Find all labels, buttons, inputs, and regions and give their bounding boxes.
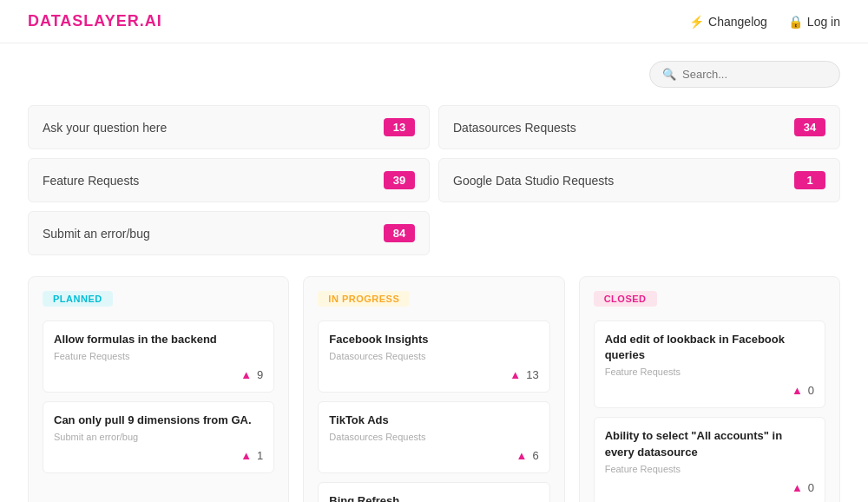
upvote-icon[interactable]: ▲ <box>792 384 803 397</box>
upvote-icon[interactable]: ▲ <box>240 368 252 381</box>
vote-count: 9 <box>257 368 263 381</box>
kanban-card[interactable]: Add edit of lookback in Facebook queries… <box>594 320 825 408</box>
category-label: Ask your question here <box>43 121 167 135</box>
column-tag: PLANNED <box>43 291 113 307</box>
upvote-icon[interactable]: ▲ <box>792 481 803 494</box>
login-link[interactable]: 🔒 Log in <box>788 15 840 29</box>
card-footer: ▲ 9 <box>54 368 263 381</box>
card-title: Add edit of lookback in Facebook queries <box>605 332 814 363</box>
vote-count: 6 <box>532 449 538 462</box>
kanban-column: CLOSED Add edit of lookback in Facebook … <box>579 276 840 502</box>
card-subtitle: Datasources Requests <box>329 351 538 361</box>
card-footer: ▲ 1 <box>54 449 263 462</box>
kanban-column: PLANNED Allow formulas in the backend Fe… <box>28 276 289 502</box>
category-item[interactable]: Feature Requests39 <box>28 158 430 202</box>
category-grid: Ask your question here13Feature Requests… <box>0 96 868 276</box>
category-label: Google Data Studio Requests <box>453 174 614 188</box>
kanban-card[interactable]: Facebook Insights Datasources Requests ▲… <box>318 320 549 393</box>
card-title: Allow formulas in the backend <box>54 332 263 347</box>
search-box: 🔍 <box>649 61 840 88</box>
column-tag: IN PROGRESS <box>318 291 410 307</box>
category-item[interactable]: Google Data Studio Requests1 <box>438 158 840 202</box>
upvote-icon[interactable]: ▲ <box>516 449 528 462</box>
card-title: Ability to select "All accounts" in ever… <box>605 428 814 459</box>
header: DATASLAYER.AI ⚡ Changelog 🔒 Log in <box>0 0 868 43</box>
header-right: ⚡ Changelog 🔒 Log in <box>689 15 840 29</box>
category-badge: 34 <box>794 118 825 136</box>
card-footer: ▲ 13 <box>329 368 538 381</box>
search-area: 🔍 <box>0 43 868 96</box>
card-title: Bing Refresh <box>329 493 538 502</box>
card-subtitle: Datasources Requests <box>329 432 538 442</box>
kanban-card[interactable]: TikTok Ads Datasources Requests ▲ 6 <box>318 401 549 473</box>
card-footer: ▲ 6 <box>329 449 538 462</box>
card-footer: ▲ 0 <box>605 384 814 397</box>
category-label: Feature Requests <box>43 174 139 188</box>
column-tag: CLOSED <box>594 291 657 307</box>
category-badge: 1 <box>794 171 825 189</box>
login-icon: 🔒 <box>788 15 803 29</box>
category-badge: 84 <box>384 224 415 242</box>
kanban-card[interactable]: Allow formulas in the backend Feature Re… <box>43 320 274 393</box>
changelog-link[interactable]: ⚡ Changelog <box>689 15 767 29</box>
card-footer: ▲ 0 <box>605 481 814 494</box>
card-subtitle: Submit an error/bug <box>54 432 263 442</box>
vote-count: 1 <box>257 449 263 462</box>
category-label: Datasources Requests <box>453 121 576 135</box>
upvote-icon[interactable]: ▲ <box>240 449 252 462</box>
search-input[interactable] <box>682 68 827 81</box>
logo: DATASLAYER.AI <box>28 12 162 30</box>
upvote-icon[interactable]: ▲ <box>510 368 521 381</box>
changelog-label: Changelog <box>708 15 767 29</box>
kanban-board: PLANNED Allow formulas in the backend Fe… <box>0 276 868 502</box>
category-item[interactable]: Submit an error/bug84 <box>28 211 430 255</box>
category-item[interactable]: Ask your question here13 <box>28 105 430 149</box>
card-title: Facebook Insights <box>329 332 538 347</box>
card-subtitle: Feature Requests <box>605 464 814 474</box>
kanban-column: IN PROGRESS Facebook Insights Datasource… <box>303 276 564 502</box>
vote-count: 0 <box>808 481 814 494</box>
category-label: Submit an error/bug <box>43 227 150 241</box>
search-icon: 🔍 <box>662 68 676 81</box>
card-subtitle: Feature Requests <box>54 351 263 361</box>
card-subtitle: Feature Requests <box>605 367 814 377</box>
card-title: TikTok Ads <box>329 413 538 428</box>
kanban-card[interactable]: Bing Refresh Submit an error/bug ▲ 1 <box>318 482 549 502</box>
kanban-card[interactable]: Ability to select "All accounts" in ever… <box>594 417 825 502</box>
kanban-card[interactable]: Can only pull 9 dimensions from GA. Subm… <box>43 401 274 473</box>
vote-count: 0 <box>808 384 814 397</box>
card-title: Can only pull 9 dimensions from GA. <box>54 413 263 428</box>
login-label: Log in <box>807 15 840 29</box>
category-badge: 39 <box>384 171 415 189</box>
category-badge: 13 <box>384 118 415 136</box>
category-item[interactable]: Datasources Requests34 <box>438 105 840 149</box>
changelog-icon: ⚡ <box>689 15 704 29</box>
vote-count: 13 <box>526 368 538 381</box>
